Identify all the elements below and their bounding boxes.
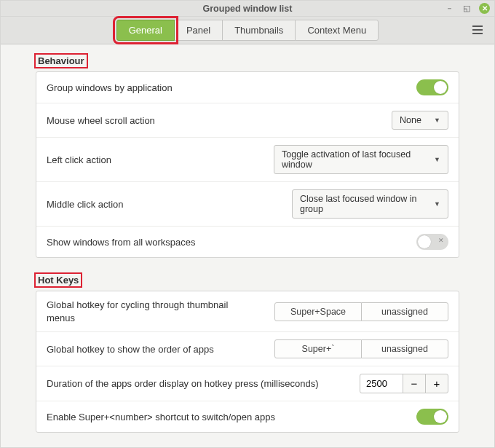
tab-bar: General Panel Thumbnails Context Menu [1,17,494,44]
section-behaviour: Behaviour Group windows by application M… [36,55,459,258]
label-duration: Duration of the apps order display on ho… [47,378,360,389]
hamburger-icon [472,25,483,27]
duration-stepper: − + [360,374,448,393]
select-value: Toggle activation of last focused window [282,149,427,170]
tab-general[interactable]: General [116,20,175,41]
label-cycle-thumbs: Global hotkey for cycling through thumbn… [47,299,236,324]
hotkey-binding-1[interactable]: Super+` [274,339,362,358]
label-group-by-app: Group windows by application [47,82,416,93]
toggle-knob-icon [434,81,447,94]
toggle-knob-icon [418,235,431,248]
row-left-click: Left click action Toggle activation of l… [36,138,459,182]
hamburger-menu-button[interactable] [472,24,484,36]
label-middle-click: Middle click action [47,199,292,210]
titlebar: Grouped window list － ◱ ✕ [1,1,494,17]
behaviour-panel: Group windows by application Mouse wheel… [36,71,459,258]
window-title: Grouped window list [203,4,293,14]
select-left-click[interactable]: Toggle activation of last focused window… [274,145,448,174]
section-hotkeys: Hot Keys Global hotkey for cycling throu… [36,274,459,433]
maximize-button[interactable]: ◱ [462,4,472,14]
close-button[interactable]: ✕ [479,3,490,14]
label-super-number: Enable Super+<number> shortcut to switch… [47,412,416,423]
label-show-order: Global hotkey to show the order of apps [47,344,274,355]
row-all-workspaces: Show windows from all workspaces ✕ [36,227,459,257]
chevron-down-icon: ▼ [434,200,440,208]
section-heading-hotkeys: Hot Keys [36,274,81,286]
hotkeys-panel: Global hotkey for cycling through thumbn… [36,291,459,433]
tab-panel[interactable]: Panel [174,20,223,41]
hotkey-binding-1[interactable]: Super+Space [274,302,362,321]
toggle-group-by-app[interactable] [416,79,448,95]
tab-context-menu[interactable]: Context Menu [295,20,379,41]
close-icon: ✕ [482,4,488,12]
row-duration: Duration of the apps order display on ho… [36,366,459,401]
hotkey-pair-cycle-thumbs: Super+Space unassigned [274,302,448,321]
row-middle-click: Middle click action Close last focused w… [36,182,459,227]
select-scroll-action[interactable]: None ▼ [392,111,448,130]
select-value: None [400,115,421,125]
stepper-minus-button[interactable]: − [403,374,426,393]
chevron-down-icon: ▼ [434,156,440,163]
label-left-click: Left click action [47,154,274,165]
row-super-number: Enable Super+<number> shortcut to switch… [36,401,459,432]
duration-input[interactable] [360,374,403,393]
stepper-plus-button[interactable]: + [425,374,448,393]
minimize-button[interactable]: － [444,4,454,14]
select-value: Close last focused window in group [300,194,427,214]
window-controls: － ◱ ✕ [444,3,490,14]
hotkey-pair-show-order: Super+` unassigned [274,339,448,358]
row-show-order: Global hotkey to show the order of apps … [36,332,459,366]
row-cycle-thumbs: Global hotkey for cycling through thumbn… [36,291,459,332]
row-scroll-action: Mouse wheel scroll action None ▼ [36,103,459,138]
settings-window: Grouped window list － ◱ ✕ General Panel … [0,0,495,448]
toggle-knob-icon [434,410,447,423]
select-middle-click[interactable]: Close last focused window in group ▼ [292,189,448,219]
label-all-workspaces: Show windows from all workspaces [47,237,416,248]
toggle-all-workspaces[interactable]: ✕ [416,234,448,250]
hotkey-binding-2[interactable]: unassigned [361,302,448,321]
toggle-super-number[interactable] [416,409,448,425]
label-scroll-action: Mouse wheel scroll action [47,115,392,126]
hotkey-binding-2[interactable]: unassigned [361,339,448,358]
toggle-off-icon: ✕ [438,237,444,244]
chevron-down-icon: ▼ [434,117,440,124]
tab-thumbnails[interactable]: Thumbnails [222,20,296,41]
section-heading-behaviour: Behaviour [36,55,87,67]
row-group-by-app: Group windows by application [36,72,459,103]
content-area: Behaviour Group windows by application M… [1,44,494,447]
